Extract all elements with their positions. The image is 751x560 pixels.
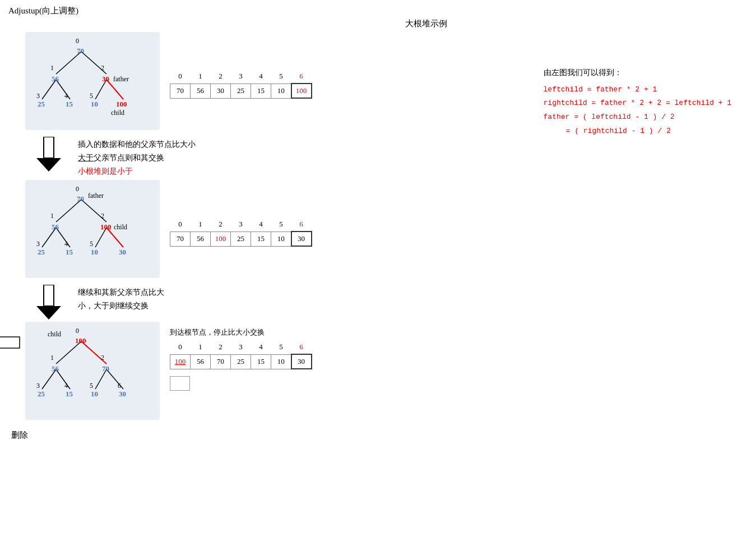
array1-v5: 10 [271,84,291,98]
tree1-svg: 0 1 2 3 4 5 70 56 30 25 15 10 100 [25,32,160,130]
arrow3-label: 到达根节点，停止比大小交换 [170,327,312,337]
tree2-svg: 0 1 2 3 4 5 70 56 100 25 15 10 30 [25,180,160,278]
svg-text:3: 3 [36,382,40,390]
tree3-box: 0 1 2 3 4 5 6 100 56 70 25 15 [25,322,160,420]
svg-text:10: 10 [91,248,98,256]
array1-table: 0 1 2 3 4 5 6 70 56 30 25 [170,69,312,99]
svg-line-0 [56,52,81,74]
array3-h4: 4 [251,340,271,354]
svg-text:70: 70 [102,364,109,373]
svg-line-23 [56,200,81,222]
svg-text:child: child [114,223,127,231]
page-container: Adjustup(向上调整) 大根堆示例 [0,0,751,560]
svg-text:56: 56 [52,223,59,231]
formula-line3: father = ( leftchild - 1 ) / 2 [544,110,731,124]
bottom-label: 删除 [11,430,412,441]
array1-h5: 5 [271,69,291,84]
svg-text:5: 5 [90,382,93,390]
array2-h3: 3 [231,217,251,232]
array2-v5: 10 [271,232,291,246]
array2-v1: 56 [191,232,211,246]
subtitle-maxheap: 大根堆示例 [109,18,743,29]
svg-text:2: 2 [101,212,104,220]
formula-line1: leftchild = father * 2 + 1 [544,83,731,97]
svg-text:child: child [111,109,124,117]
array1-h3: 3 [231,69,251,84]
svg-text:25: 25 [38,248,45,256]
tree3-wrapper: 0 1 2 3 4 5 6 100 56 70 25 15 [25,322,160,420]
array1-h6: 6 [291,69,312,84]
svg-text:70: 70 [77,195,84,203]
array1-v3: 25 [231,84,251,98]
svg-text:100: 100 [75,336,86,345]
svg-text:6: 6 [118,382,121,390]
svg-text:3: 3 [36,240,40,248]
svg-marker-45 [36,306,61,320]
section-3: 0 1 2 3 4 5 6 100 56 70 25 15 [25,322,412,420]
svg-text:3: 3 [36,92,40,100]
array2-v6: 30 [291,232,312,246]
arrow1-annotation: 插入的数据和他的父亲节点比大小 大于父亲节点则和其交换 小根堆则是小于 [78,138,196,178]
svg-text:10: 10 [91,100,98,108]
array1-v0: 70 [170,84,191,98]
arrow2-section: 继续和其新父亲节点比大 小，大于则继续交换 [36,285,412,320]
svg-text:father: father [113,75,129,83]
svg-text:1: 1 [50,354,54,362]
array2-table: 0 1 2 3 4 5 6 70 56 100 25 [170,217,312,247]
arrow1-svg [36,137,61,172]
svg-rect-44 [44,285,54,306]
array3-h0: 0 [170,340,191,354]
arrow1-line2: 大于父亲节点则和其交换 [78,151,196,165]
svg-text:5: 5 [90,92,93,100]
array3-v4: 15 [251,354,271,369]
svg-text:25: 25 [38,100,45,108]
array2-v0: 70 [170,232,191,246]
svg-text:15: 15 [66,100,73,108]
arrow1-line1: 插入的数据和他的父亲节点比大小 [78,138,196,151]
array3-h2: 2 [211,340,231,354]
array3-v6: 30 [291,354,312,369]
array3-h6: 6 [291,340,312,354]
array3-v1: 56 [191,354,211,369]
svg-text:56: 56 [52,75,59,83]
svg-text:0: 0 [76,37,79,45]
array1-container: 0 1 2 3 4 5 6 70 56 30 25 [170,69,312,99]
array1-v1: 56 [191,84,211,98]
empty-box [170,376,190,391]
arrow3-left [0,334,25,351]
arrow2-annotation: 继续和其新父亲节点比大 小，大于则继续交换 [78,286,164,313]
array1-v6: 100 [291,84,312,98]
array3-h5: 5 [271,340,291,354]
array1-h1: 1 [191,69,211,84]
formula-panel: 由左图我们可以得到： leftchild = father * 2 + 1 ri… [544,66,731,138]
arrow2-line1: 继续和其新父亲节点比大 [78,286,164,299]
svg-text:100: 100 [116,100,127,108]
tree2-box: 0 1 2 3 4 5 70 56 100 25 15 10 30 [25,180,160,278]
svg-text:2: 2 [101,64,104,72]
tree1-box: 0 1 2 3 4 5 70 56 30 25 15 10 100 [25,32,160,130]
svg-text:0: 0 [76,327,79,335]
array2-h5: 5 [271,217,291,232]
arrow1-section: 插入的数据和他的父亲节点比大小 大于父亲节点则和其交换 小根堆则是小于 [36,137,412,178]
svg-text:100: 100 [100,223,112,231]
array3-v0: 100 [170,354,191,369]
array2-v2: 100 [211,232,231,246]
array3-v3: 25 [231,354,251,369]
svg-text:4: 4 [64,240,68,248]
array3-v2: 70 [211,354,231,369]
svg-text:25: 25 [38,390,45,398]
arrow2-container [36,285,61,320]
svg-text:2: 2 [101,354,104,362]
arrow2-line2: 小，大于则继续交换 [78,299,164,313]
svg-text:4: 4 [64,382,68,390]
arrow1-rest: 父亲节点则和其交换 [94,154,164,162]
array1-v2: 30 [211,84,231,98]
array1-h4: 4 [251,69,271,84]
arrow3-svg [0,334,25,351]
svg-text:0: 0 [76,185,79,193]
array1-v4: 15 [251,84,271,98]
array2-v4: 15 [251,232,271,246]
array3-table: 0 1 2 3 4 5 6 100 56 70 25 [170,340,312,369]
svg-text:15: 15 [66,248,73,256]
svg-text:1: 1 [50,64,54,72]
